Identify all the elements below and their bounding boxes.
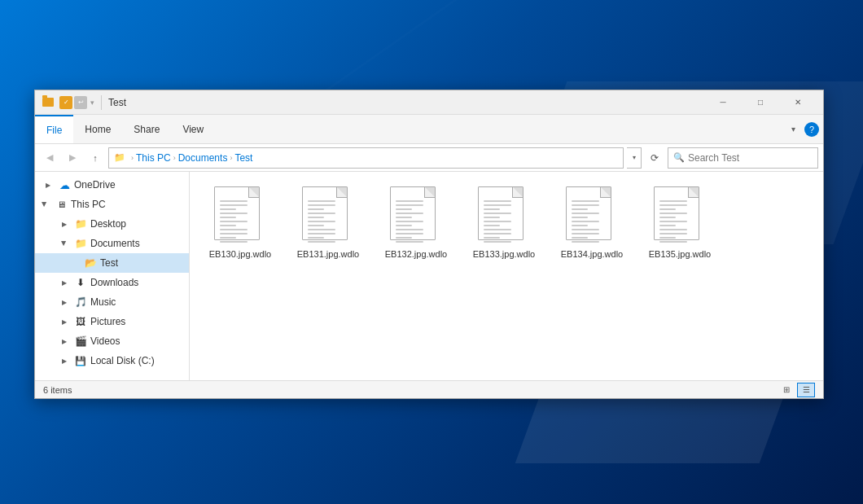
window-title: Test xyxy=(108,97,704,108)
search-box[interactable]: 🔍 xyxy=(668,147,818,169)
breadcrumb-test[interactable]: Test xyxy=(234,152,252,164)
downloads-icon: ⬇ xyxy=(74,276,87,289)
sidebar-item-onedrive[interactable]: ▶ ☁ OneDrive xyxy=(35,175,189,195)
sidebar-label-test: Test xyxy=(100,257,118,269)
help-icon: ? xyxy=(804,122,819,137)
up-button[interactable]: ↑ xyxy=(85,148,105,168)
sidebar-item-music[interactable]: ▶ 🎵 Music xyxy=(35,292,189,312)
main-area: ▶ ☁ OneDrive ▶ 🖥 This PC ▶ 📁 Desktop ▶ 📁… xyxy=(35,172,823,380)
breadcrumb-thispc[interactable]: This PC xyxy=(136,152,171,164)
minimize-button[interactable]: ─ xyxy=(704,90,742,115)
forward-button[interactable]: ▶ xyxy=(63,148,82,168)
desktop-icon: 📁 xyxy=(74,217,87,230)
refresh-button[interactable]: ⟳ xyxy=(645,147,664,169)
sidebar-label-desktop: Desktop xyxy=(90,218,126,230)
close-button[interactable]: ✕ xyxy=(779,90,817,115)
breadcrumb-documents[interactable]: Documents xyxy=(178,152,228,164)
file-item-3[interactable]: EB133.jpg.wdlo xyxy=(463,182,545,265)
ribbon-expander[interactable]: ▾ xyxy=(786,115,800,143)
help-button[interactable]: ? xyxy=(800,115,823,143)
grid-view-icon: ⊞ xyxy=(783,385,790,394)
expand-arrow-videos: ▶ xyxy=(58,335,71,348)
file-item-5[interactable]: EB135.jpg.wdlo xyxy=(639,182,721,265)
search-input[interactable] xyxy=(688,152,813,164)
files-grid: EB130.jpg.wdlo xyxy=(199,182,813,265)
view-list-button[interactable]: ☰ xyxy=(797,383,815,397)
test-folder-icon: 📂 xyxy=(84,256,97,270)
file-name-2: EB132.jpg.wdlo xyxy=(385,248,447,260)
tab-view[interactable]: View xyxy=(171,115,215,143)
expand-arrow-onedrive: ▶ xyxy=(42,178,55,191)
file-name-3: EB133.jpg.wdlo xyxy=(473,248,535,260)
expand-arrow-pictures: ▶ xyxy=(58,315,71,328)
list-view-icon: ☰ xyxy=(803,385,810,394)
sidebar-label-documents: Documents xyxy=(90,238,140,249)
view-grid-button[interactable]: ⊞ xyxy=(778,383,795,397)
sidebar-item-test[interactable]: 📂 Test xyxy=(35,253,189,273)
sidebar-label-localdisk: Local Disk (C:) xyxy=(90,355,155,366)
ribbon: File Home Share View ▾ ? xyxy=(35,115,823,144)
music-icon: 🎵 xyxy=(74,296,87,309)
file-icon-5 xyxy=(654,186,706,245)
breadcrumb-chevron-3: › xyxy=(230,154,232,162)
address-path[interactable]: 📁 › This PC › Documents › Test xyxy=(108,147,624,169)
expand-arrow-documents: ▶ xyxy=(58,237,71,250)
breadcrumb-chevron-1: › xyxy=(131,154,134,162)
file-icon-2 xyxy=(390,186,442,245)
up-icon: ↑ xyxy=(93,153,98,163)
file-name-4: EB134.jpg.wdlo xyxy=(561,248,623,260)
expand-arrow-downloads: ▶ xyxy=(58,276,71,289)
sidebar-item-desktop[interactable]: ▶ 📁 Desktop xyxy=(35,214,189,234)
tab-share[interactable]: Share xyxy=(122,115,171,143)
tab-home[interactable]: Home xyxy=(73,115,122,143)
pictures-icon: 🖼 xyxy=(74,315,87,328)
path-folder-icon: 📁 xyxy=(114,152,125,163)
file-item-1[interactable]: EB131.jpg.wdlo xyxy=(287,182,369,265)
sidebar-label-videos: Videos xyxy=(90,335,120,347)
sidebar-item-videos[interactable]: ▶ 🎬 Videos xyxy=(35,331,189,351)
file-item-4[interactable]: EB134.jpg.wdlo xyxy=(551,182,633,265)
search-box-icon: 🔍 xyxy=(673,152,685,163)
explorer-window: ✓ ↩ ▾ Test ─ □ ✕ File Home Share View ▾ … xyxy=(34,90,824,399)
window-controls: ─ □ ✕ xyxy=(704,90,817,115)
localdisk-icon: 💾 xyxy=(74,354,87,367)
documents-icon: 📁 xyxy=(74,237,87,250)
address-bar: ◀ ▶ ↑ 📁 › This PC › Documents › Test ▾ ⟳… xyxy=(35,144,823,172)
sidebar-label-onedrive: OneDrive xyxy=(74,179,116,191)
file-name-5: EB135.jpg.wdlo xyxy=(649,248,711,260)
sidebar-item-thispc[interactable]: ▶ 🖥 This PC xyxy=(35,195,189,214)
address-dropdown[interactable]: ▾ xyxy=(627,147,642,169)
file-name-1: EB131.jpg.wdlo xyxy=(297,248,359,260)
divider xyxy=(101,95,102,110)
view-buttons: ⊞ ☰ xyxy=(778,383,815,397)
sidebar-label-thispc: This PC xyxy=(71,199,106,210)
breadcrumb-chevron-2: › xyxy=(173,154,176,162)
videos-icon: 🎬 xyxy=(74,335,87,348)
sidebar-item-downloads[interactable]: ▶ ⬇ Downloads xyxy=(35,273,189,292)
sidebar-item-pictures[interactable]: ▶ 🖼 Pictures xyxy=(35,312,189,331)
expand-arrow-localdisk: ▶ xyxy=(58,354,71,367)
file-item-0[interactable]: EB130.jpg.wdlo xyxy=(199,182,281,265)
qa-btn-2[interactable]: ↩ xyxy=(74,96,87,109)
qa-dropdown[interactable]: ▾ xyxy=(90,99,94,107)
sidebar-label-pictures: Pictures xyxy=(90,316,125,327)
quick-access-toolbar: ✓ ↩ ▾ xyxy=(59,96,94,109)
file-item-2[interactable]: EB132.jpg.wdlo xyxy=(375,182,457,265)
file-area: EB130.jpg.wdlo xyxy=(190,172,823,380)
expand-arrow-desktop: ▶ xyxy=(58,217,71,230)
file-icon-4 xyxy=(566,186,618,245)
thispc-icon: 🖥 xyxy=(55,198,68,211)
qa-btn-1[interactable]: ✓ xyxy=(59,96,72,109)
maximize-button[interactable]: □ xyxy=(742,90,779,115)
tab-file[interactable]: File xyxy=(35,115,73,143)
file-name-0: EB130.jpg.wdlo xyxy=(209,248,271,260)
file-icon-0 xyxy=(214,186,266,245)
sidebar-item-localdisk[interactable]: ▶ 💾 Local Disk (C:) xyxy=(35,351,189,370)
refresh-icon: ⟳ xyxy=(651,152,659,164)
back-button[interactable]: ◀ xyxy=(40,148,59,168)
title-bar: ✓ ↩ ▾ Test ─ □ ✕ xyxy=(35,90,823,115)
ribbon-chevron-icon: ▾ xyxy=(791,125,795,134)
expand-arrow-music: ▶ xyxy=(58,296,71,309)
file-icon-3 xyxy=(478,186,530,245)
sidebar-item-documents[interactable]: ▶ 📁 Documents xyxy=(35,234,189,253)
